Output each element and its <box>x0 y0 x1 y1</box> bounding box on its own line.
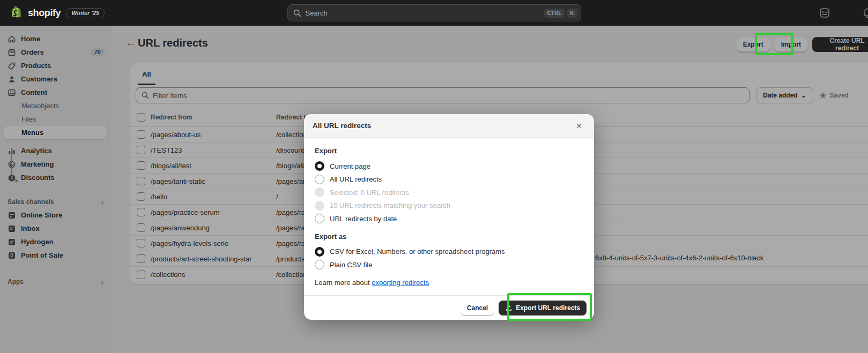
modal-body: Export Current page All URL redirects Se… <box>304 138 594 295</box>
winter-version-badge: Winter '25 <box>66 8 105 18</box>
export-as-group-label: Export as <box>315 232 583 241</box>
radio-option-matching-search: 10 URL redirects matching your search <box>315 199 583 213</box>
export-group-label: Export <box>315 147 583 155</box>
search-placeholder: Search <box>306 9 542 17</box>
radio-label: Plain CSV file <box>330 261 372 269</box>
radio-icon[interactable] <box>315 260 324 269</box>
radio-option-csv-excel[interactable]: CSV for Excel, Numbers, or other spreads… <box>315 245 583 259</box>
shopify-admin-page: shopify Winter '25 Search CTRL K Home <box>0 0 868 353</box>
modal-title: All URL redirects <box>313 122 371 130</box>
cancel-button[interactable]: Cancel <box>461 301 494 316</box>
ctrl-key-badge: CTRL <box>544 9 565 18</box>
learn-more-text: Learn more about exporting redirects <box>315 279 583 287</box>
radio-option-by-date[interactable]: URL redirects by date <box>315 212 583 226</box>
radio-label: All URL redirects <box>330 175 382 183</box>
shopify-logo[interactable]: shopify Winter '25 <box>0 6 105 20</box>
radio-icon[interactable] <box>315 247 324 257</box>
radio-label: Current page <box>330 162 370 170</box>
modal-footer: Cancel Export URL redirects <box>304 295 594 320</box>
radio-icon[interactable] <box>315 161 324 171</box>
radio-option-selected-redirects: Selected: 0 URL redirects <box>315 186 583 199</box>
radio-icon <box>315 187 324 197</box>
exporting-redirects-link[interactable]: exporting redirects <box>372 279 429 287</box>
radio-icon <box>315 201 324 211</box>
modal-header: All URL redirects ✕ <box>304 114 594 138</box>
learn-more-prefix: Learn more about <box>315 279 372 287</box>
export-modal: All URL redirects ✕ Export Current page … <box>304 114 594 320</box>
topbar-icons <box>819 0 868 26</box>
close-icon[interactable]: ✕ <box>573 119 585 132</box>
radio-label: 10 URL redirects matching your search <box>330 201 450 209</box>
k-key-badge: K <box>567 9 577 18</box>
radio-label: Selected: 0 URL redirects <box>330 189 409 197</box>
submit-label: Export URL redirects <box>516 304 580 312</box>
shopify-bag-icon <box>10 6 23 20</box>
radio-option-all-url-redirects[interactable]: All URL redirects <box>315 173 583 186</box>
radio-icon[interactable] <box>315 214 324 223</box>
search-icon <box>293 9 301 17</box>
radio-option-current-page[interactable]: Current page <box>315 160 583 173</box>
shopify-wordmark: shopify <box>28 7 61 19</box>
topbar: shopify Winter '25 Search CTRL K <box>0 0 868 26</box>
apps-grid-icon[interactable] <box>819 7 830 19</box>
upload-icon <box>505 304 513 312</box>
search-input[interactable]: Search CTRL K <box>287 4 581 21</box>
export-url-redirects-button[interactable]: Export URL redirects <box>499 301 587 316</box>
radio-icon[interactable] <box>315 175 324 184</box>
radio-label: CSV for Excel, Numbers, or other spreads… <box>330 247 505 256</box>
notifications-bell-icon[interactable] <box>862 7 868 19</box>
radio-option-plain-csv[interactable]: Plain CSV file <box>315 258 583 272</box>
radio-label: URL redirects by date <box>330 215 397 223</box>
